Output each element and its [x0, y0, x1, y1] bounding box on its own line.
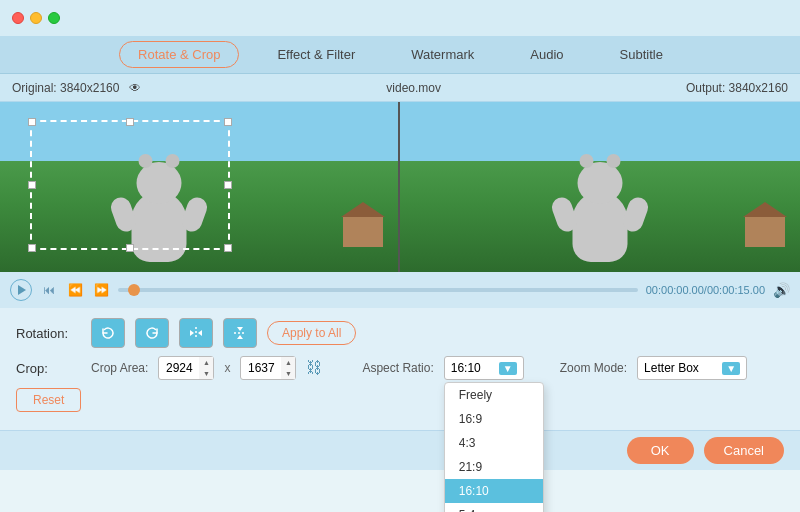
- aspect-option-freely[interactable]: Freely: [445, 383, 543, 407]
- play-button[interactable]: [10, 279, 32, 301]
- crop-handle-topright[interactable]: [224, 118, 232, 126]
- crop-handle-leftmid[interactable]: [28, 181, 36, 189]
- rotate-cw-icon: [144, 325, 160, 341]
- aspect-ratio-popup: Freely 16:9 4:3 21:9 16:10 5:4 1:1 9:16: [444, 382, 544, 512]
- link-aspect-icon[interactable]: ⛓: [306, 359, 322, 377]
- video-thumb-right: [400, 102, 800, 272]
- crop-label: Crop:: [16, 361, 81, 376]
- aspect-ratio-dropdown-wrap: 16:10 ▼ Freely 16:9 4:3 21:9 16:10 5:4 1…: [444, 356, 524, 380]
- crop-x-separator: x: [224, 361, 230, 375]
- house-shape: [343, 217, 383, 247]
- crop-width-input[interactable]: [159, 359, 199, 377]
- video-preview-right: [400, 102, 800, 272]
- rotation-label: Rotation:: [16, 326, 81, 341]
- tab-watermark[interactable]: Watermark: [393, 42, 492, 67]
- aspect-ratio-value: 16:10: [451, 361, 481, 375]
- tab-bar: Rotate & Crop Effect & Filter Watermark …: [0, 36, 800, 74]
- crop-handle-topleft[interactable]: [28, 118, 36, 126]
- video-preview-left: [0, 102, 400, 272]
- video-area: [0, 102, 800, 272]
- traffic-lights: [12, 12, 60, 24]
- bear-body-shape-right: [573, 192, 628, 262]
- tab-audio[interactable]: Audio: [512, 42, 581, 67]
- info-bar: Original: 3840x2160 👁 video.mov Output: …: [0, 74, 800, 102]
- skip-back-button[interactable]: ⏮: [40, 281, 58, 299]
- crop-handle-bottommid[interactable]: [126, 244, 134, 252]
- crop-width-down[interactable]: ▼: [199, 368, 213, 379]
- crop-overlay[interactable]: [30, 120, 230, 250]
- house-roof: [341, 202, 385, 217]
- aspect-option-5-4[interactable]: 5:4: [445, 503, 543, 512]
- flip-horizontal-button[interactable]: [179, 318, 213, 348]
- controls-area: Rotation:: [0, 308, 800, 430]
- flip-v-icon: [232, 325, 248, 341]
- playback-bar: ⏮ ⏪ ⏩ 00:00:00.00/00:00:15.00 🔊: [0, 272, 800, 308]
- zoom-mode-value: Letter Box: [644, 361, 699, 375]
- rotation-row: Rotation:: [16, 318, 784, 348]
- zoom-dropdown-arrow: ▼: [722, 362, 740, 375]
- tab-effect-filter[interactable]: Effect & Filter: [259, 42, 373, 67]
- reset-button[interactable]: Reset: [16, 388, 81, 412]
- eye-icon[interactable]: 👁: [129, 81, 141, 95]
- aspect-dropdown-arrow: ▼: [499, 362, 517, 375]
- aspect-ratio-dropdown[interactable]: 16:10 ▼: [444, 356, 524, 380]
- crop-row: Crop: Crop Area: ▲ ▼ x ▲ ▼ ⛓ Aspect Rati…: [16, 356, 784, 380]
- bear-character-right: [573, 192, 628, 262]
- progress-track[interactable]: [118, 288, 638, 292]
- zoom-mode-label: Zoom Mode:: [560, 361, 627, 375]
- prev-frame-button[interactable]: ⏪: [66, 281, 84, 299]
- crop-handle-bottomleft[interactable]: [28, 244, 36, 252]
- filename: video.mov: [386, 81, 441, 95]
- progress-thumb[interactable]: [128, 284, 140, 296]
- aspect-option-4-3[interactable]: 4:3: [445, 431, 543, 455]
- zoom-mode-dropdown[interactable]: Letter Box ▼: [637, 356, 747, 380]
- crop-width-up[interactable]: ▲: [199, 357, 213, 368]
- maximize-button[interactable]: [48, 12, 60, 24]
- aspect-option-21-9[interactable]: 21:9: [445, 455, 543, 479]
- crop-width-stepper[interactable]: ▲ ▼: [199, 357, 213, 379]
- aspect-option-16-10[interactable]: 16:10: [445, 479, 543, 503]
- original-resolution: Original: 3840x2160: [12, 81, 119, 95]
- time-display: 00:00:00.00/00:00:15.00: [646, 284, 765, 296]
- rotate-ccw-icon: [100, 325, 116, 341]
- volume-icon[interactable]: 🔊: [773, 282, 790, 298]
- crop-height-down[interactable]: ▼: [281, 368, 295, 379]
- rotate-clockwise-button[interactable]: [135, 318, 169, 348]
- crop-height-up[interactable]: ▲: [281, 357, 295, 368]
- crop-height-input-wrap[interactable]: ▲ ▼: [240, 356, 296, 380]
- rotate-counterclockwise-button[interactable]: [91, 318, 125, 348]
- flip-vertical-button[interactable]: [223, 318, 257, 348]
- close-button[interactable]: [12, 12, 24, 24]
- bear-ear-left-right: [580, 154, 594, 168]
- crop-width-input-wrap[interactable]: ▲ ▼: [158, 356, 214, 380]
- play-icon: [18, 285, 26, 295]
- crop-height-stepper[interactable]: ▲ ▼: [281, 357, 295, 379]
- house-roof-right: [743, 202, 787, 217]
- aspect-ratio-label: Aspect Ratio:: [362, 361, 433, 375]
- crop-area-label: Crop Area:: [91, 361, 148, 375]
- bear-ear-right-right: [607, 154, 621, 168]
- bear-head-right: [578, 162, 623, 204]
- tab-subtitle[interactable]: Subtitle: [602, 42, 681, 67]
- crop-handle-rightmid[interactable]: [224, 181, 232, 189]
- minimize-button[interactable]: [30, 12, 42, 24]
- bottom-bar: OK Cancel: [0, 430, 800, 470]
- cancel-button[interactable]: Cancel: [704, 437, 784, 464]
- ok-button[interactable]: OK: [627, 437, 694, 464]
- house-shape-right: [745, 217, 785, 247]
- apply-to-all-button[interactable]: Apply to All: [267, 321, 356, 345]
- flip-h-icon: [188, 325, 204, 341]
- reset-row: Reset: [16, 388, 784, 412]
- next-frame-button[interactable]: ⏩: [92, 281, 110, 299]
- crop-handle-bottomright[interactable]: [224, 244, 232, 252]
- output-resolution: Output: 3840x2160: [686, 81, 788, 95]
- crop-height-input[interactable]: [241, 359, 281, 377]
- aspect-option-16-9[interactable]: 16:9: [445, 407, 543, 431]
- tab-rotate-crop[interactable]: Rotate & Crop: [119, 41, 239, 68]
- crop-handle-topmid[interactable]: [126, 118, 134, 126]
- title-bar: [0, 0, 800, 36]
